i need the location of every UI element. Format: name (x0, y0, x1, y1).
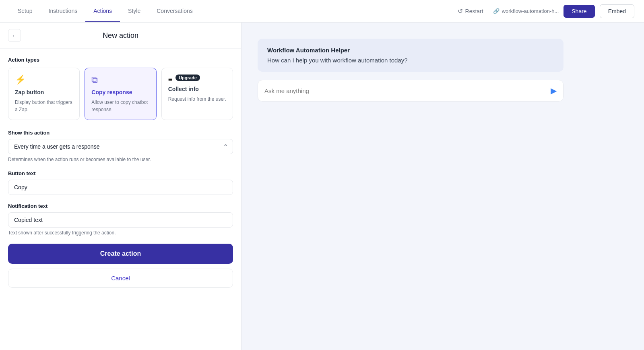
show-action-select-wrapper: Every time a user gets a response Once p… (8, 139, 233, 154)
chat-area: Workflow Automation Helper How can I hel… (258, 39, 628, 334)
collect-icon: ≡ (168, 75, 173, 84)
action-types-section: Action types ⚡ Zap button Display button… (8, 57, 233, 120)
notification-text-label: Notification text (8, 203, 233, 209)
copy-icon: ⧉ (91, 75, 149, 85)
send-icon: ▶ (551, 86, 557, 95)
right-panel: Workflow Automation Helper How can I hel… (242, 23, 644, 350)
back-button[interactable]: ← (8, 29, 21, 42)
panel-header: ← New action (0, 23, 241, 49)
nav-right: ↺ Restart 🔗 workflow-automation-h... Sha… (453, 4, 634, 18)
top-navigation: Setup Instructions Actions Style Convers… (0, 0, 644, 23)
show-action-hint: Determines when the action runs or becom… (8, 157, 233, 162)
chat-input-area: ▶ (258, 80, 564, 101)
restart-button[interactable]: ↺ Restart (453, 4, 488, 18)
link-icon: 🔗 (493, 8, 500, 14)
upgrade-badge: Upgrade (175, 75, 200, 81)
left-panel: ← New action Action types ⚡ Zap button D… (0, 23, 242, 350)
main-layout: ← New action Action types ⚡ Zap button D… (0, 23, 644, 350)
show-action-section: Show this action Every time a user gets … (8, 130, 233, 162)
back-icon: ← (12, 33, 17, 39)
action-type-cards: ⚡ Zap button Display button that trigger… (8, 68, 233, 120)
collect-card-desc: Request info from the user. (168, 95, 226, 103)
button-text-label: Button text (8, 170, 233, 176)
panel-title: New action (26, 31, 215, 40)
copy-card-desc: Allow user to copy chatbot response. (91, 99, 149, 113)
tab-setup[interactable]: Setup (10, 0, 41, 22)
chat-input[interactable] (264, 87, 546, 94)
panel-body: Action types ⚡ Zap button Display button… (0, 49, 241, 296)
link-ref-text: workflow-automation-h... (502, 8, 559, 14)
link-reference: 🔗 workflow-automation-h... (493, 8, 559, 14)
tab-actions[interactable]: Actions (85, 0, 120, 22)
zap-icon: ⚡ (15, 75, 73, 85)
action-card-copy[interactable]: ⧉ Copy response Allow user to copy chatb… (85, 68, 156, 120)
nav-tabs: Setup Instructions Actions Style Convers… (10, 0, 453, 22)
button-text-section: Button text (8, 170, 233, 195)
chat-bubble: Workflow Automation Helper How can I hel… (258, 39, 564, 72)
tab-style[interactable]: Style (120, 0, 149, 22)
send-button[interactable]: ▶ (551, 86, 557, 95)
action-types-label: Action types (8, 57, 233, 63)
zap-card-desc: Display button that triggers a Zap. (15, 99, 73, 113)
notification-hint: Text shown after successfully triggering… (8, 230, 233, 236)
copy-card-title: Copy response (91, 89, 149, 95)
embed-button[interactable]: Embed (600, 4, 634, 18)
tab-conversations[interactable]: Conversations (149, 0, 201, 22)
notification-text-section: Notification text Text shown after succe… (8, 203, 233, 236)
show-action-label: Show this action (8, 130, 233, 136)
share-button[interactable]: Share (564, 5, 594, 18)
create-action-button[interactable]: Create action (8, 244, 233, 264)
tab-instructions[interactable]: Instructions (41, 0, 86, 22)
action-card-zap[interactable]: ⚡ Zap button Display button that trigger… (8, 68, 80, 120)
show-action-select[interactable]: Every time a user gets a response Once p… (8, 139, 233, 154)
notification-text-input[interactable] (8, 212, 233, 228)
zap-card-title: Zap button (15, 89, 73, 95)
collect-card-title: Collect info (168, 86, 226, 92)
bot-name: Workflow Automation Helper (267, 47, 554, 54)
cancel-button[interactable]: Cancel (8, 269, 233, 288)
chat-message: How can I help you with workflow automat… (267, 57, 554, 64)
button-text-input[interactable] (8, 180, 233, 195)
restart-label: Restart (465, 8, 483, 14)
action-card-collect[interactable]: ≡ Upgrade Collect info Request info from… (161, 68, 233, 120)
restart-icon: ↺ (458, 7, 463, 15)
